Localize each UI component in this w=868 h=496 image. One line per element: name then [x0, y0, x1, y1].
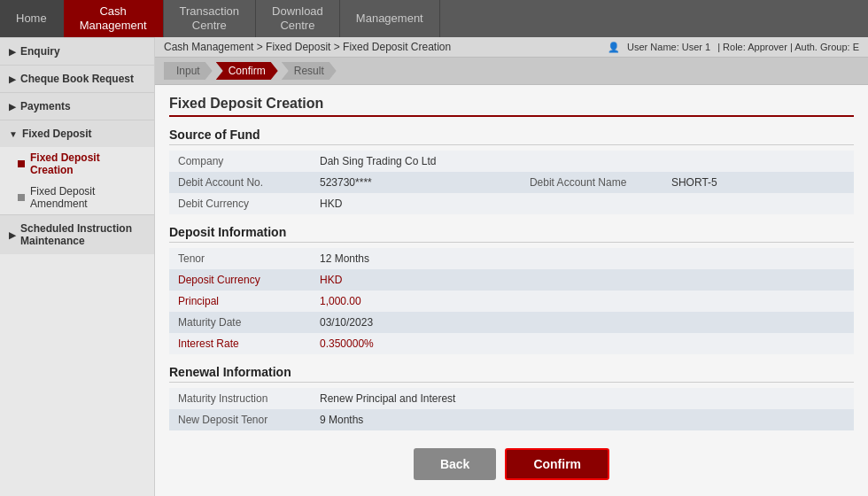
section-source-of-fund: Source of Fund [169, 128, 854, 145]
step-result[interactable]: Result [282, 62, 337, 80]
breadcrumb-bar: Cash Management > Fixed Deposit > Fixed … [155, 37, 868, 58]
deposit-information-table: Tenor 12 Months Deposit Currency HKD Pri… [169, 248, 854, 354]
main-layout: ▶ Enquiry ▶ Cheque Book Request ▶ Paymen… [0, 37, 868, 496]
sidebar-sub-fixed-deposit-creation[interactable]: Fixed Deposit Creation [0, 147, 154, 181]
renewal-information-table: Maturity Instruction Renew Principal and… [169, 388, 854, 430]
arrow-icon: ▶ [9, 74, 16, 84]
nav-download-centre[interactable]: DownloadCentre [256, 0, 340, 37]
sidebar-item-enquiry[interactable]: ▶ Enquiry [0, 37, 154, 65]
table-row: Maturity Date 03/10/2023 [169, 312, 854, 333]
step-confirm[interactable]: Confirm [216, 62, 278, 80]
breadcrumb: Cash Management > Fixed Deposit > Fixed … [164, 41, 451, 53]
confirm-button[interactable]: Confirm [505, 448, 609, 480]
table-row: Debit Account No. 523730**** Debit Accou… [169, 172, 854, 193]
arrow-icon: ▼ [9, 129, 18, 139]
table-row: Interest Rate 0.350000% [169, 333, 854, 354]
table-row: New Deposit Tenor 9 Months [169, 409, 854, 430]
dot-icon [18, 194, 25, 201]
arrow-icon: ▶ [9, 102, 16, 112]
user-icon: 👤 [608, 42, 620, 53]
user-info: 👤 User Name: User 1 | Role: Approver | A… [608, 42, 859, 53]
source-of-fund-table: Company Dah Sing Trading Co Ltd Debit Ac… [169, 151, 854, 214]
nav-cash-management[interactable]: CashManagement [64, 0, 164, 37]
section-deposit-information: Deposit Information [169, 225, 854, 243]
back-button[interactable]: Back [414, 448, 496, 480]
nav-home[interactable]: Home [0, 0, 64, 37]
table-row: Company Dah Sing Trading Co Ltd [169, 151, 854, 172]
sidebar-item-payments[interactable]: ▶ Payments [0, 92, 154, 120]
top-navigation: Home CashManagement TransactionCentre Do… [0, 0, 868, 37]
nav-management[interactable]: Management [340, 0, 440, 37]
workflow-steps: Input Confirm Result [155, 58, 868, 85]
table-row: Deposit Currency HKD [169, 269, 854, 291]
button-bar: Back Confirm [169, 448, 854, 494]
table-row: Debit Currency HKD [169, 193, 854, 214]
main-content: Cash Management > Fixed Deposit > Fixed … [155, 37, 868, 496]
arrow-icon: ▶ [9, 230, 16, 240]
table-row: Maturity Instruction Renew Principal and… [169, 388, 854, 409]
arrow-icon: ▶ [9, 47, 16, 57]
sidebar-item-fixed-deposit[interactable]: ▼ Fixed Deposit [0, 120, 154, 147]
sidebar-item-scheduled-instruction[interactable]: ▶ Scheduled Instruction Maintenance [0, 214, 154, 254]
table-row: Tenor 12 Months [169, 248, 854, 269]
table-row: Principal 1,000.00 [169, 291, 854, 312]
content-area: Fixed Deposit Creation Source of Fund Co… [155, 85, 868, 496]
sidebar-item-cheque-book-request[interactable]: ▶ Cheque Book Request [0, 65, 154, 92]
active-dot-icon [18, 160, 25, 167]
nav-transaction-centre[interactable]: TransactionCentre [164, 0, 256, 37]
sidebar: ▶ Enquiry ▶ Cheque Book Request ▶ Paymen… [0, 37, 155, 496]
sidebar-sub-fixed-deposit-amendment[interactable]: Fixed Deposit Amendment [0, 181, 154, 214]
section-renewal-information: Renewal Information [169, 365, 854, 383]
page-title: Fixed Deposit Creation [169, 96, 854, 117]
step-input[interactable]: Input [164, 62, 213, 80]
